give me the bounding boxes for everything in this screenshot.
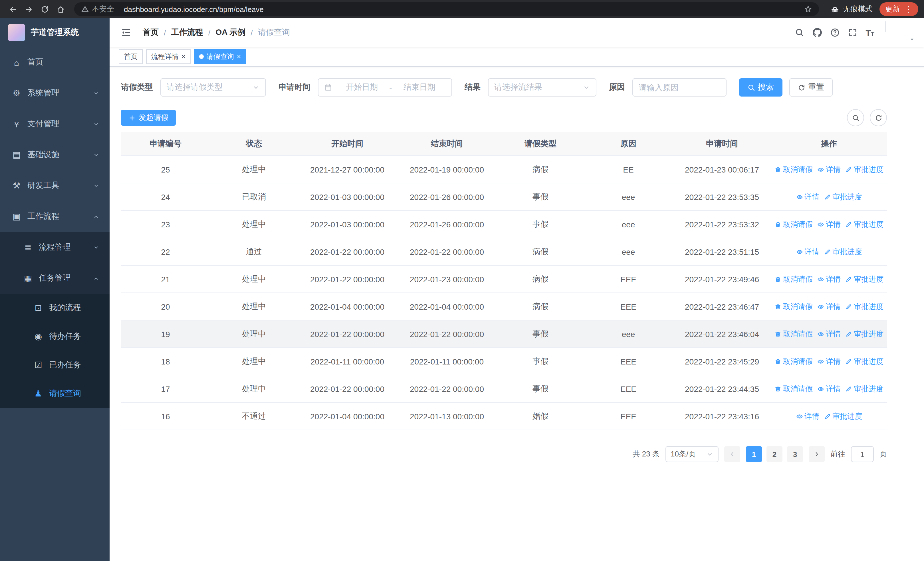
- tab-process-detail[interactable]: 流程详情 ×: [146, 49, 190, 64]
- table-row[interactable]: 19处理中2022-01-22 00:00:002022-01-22 00:00…: [121, 320, 887, 347]
- prev-page-button[interactable]: [724, 446, 740, 462]
- sidebar-item-task-mgmt[interactable]: ▦任务管理: [0, 263, 110, 294]
- page-button-2[interactable]: 2: [766, 446, 783, 462]
- cancel-leave-link[interactable]: 取消请假: [774, 219, 813, 229]
- sidebar-item-my-process[interactable]: ⊡我的流程: [0, 294, 110, 322]
- browser-reload-icon[interactable]: [38, 2, 51, 16]
- cell-actions: 取消请假详情审批进度: [771, 293, 887, 320]
- progress-link[interactable]: 审批进度: [824, 411, 862, 421]
- security-chip[interactable]: 不安全: [81, 4, 114, 14]
- fullscreen-icon[interactable]: [848, 28, 857, 37]
- tab-leave-query[interactable]: 请假查询 ×: [194, 49, 246, 64]
- reason-input[interactable]: [632, 78, 726, 96]
- sidebar-item-todo-tasks[interactable]: ◉待办任务: [0, 322, 110, 351]
- detail-link[interactable]: 详情: [817, 301, 841, 311]
- page-button-3[interactable]: 3: [787, 446, 803, 462]
- cancel-leave-link[interactable]: 取消请假: [774, 164, 813, 174]
- address-bar[interactable]: 不安全 dashboard.yudao.iocoder.cn/bpm/oa/le…: [74, 2, 819, 16]
- leave-type-select[interactable]: 请选择请假类型: [160, 78, 266, 96]
- breadcrumb-item[interactable]: 工作流程: [171, 27, 203, 38]
- sidebar-item-label: 已办任务: [49, 360, 81, 370]
- table-row[interactable]: 24已取消2022-01-03 00:00:002022-01-26 00:00…: [121, 183, 887, 211]
- filter-label: 申请时间: [279, 82, 310, 93]
- sidebar-collapse-icon[interactable]: [119, 27, 136, 38]
- sidebar-item-leave-query[interactable]: ♟请假查询: [0, 379, 110, 408]
- goto-page-input[interactable]: [851, 446, 874, 462]
- page-button-1[interactable]: 1: [746, 446, 762, 462]
- table-row[interactable]: 21处理中2022-01-22 00:00:002022-01-23 00:00…: [121, 265, 887, 293]
- detail-link[interactable]: 详情: [796, 247, 819, 257]
- bookmark-star-icon[interactable]: [804, 5, 812, 13]
- progress-link[interactable]: 审批进度: [845, 356, 884, 367]
- user-avatar[interactable]: [885, 21, 886, 32]
- progress-link[interactable]: 审批进度: [845, 219, 884, 229]
- apply-time-range-picker[interactable]: 开始日期 - 结束日期: [318, 78, 452, 96]
- table-row[interactable]: 16不通过2022-01-04 00:00:002022-01-13 00:00…: [121, 403, 887, 430]
- sidebar-item-payment[interactable]: ¥支付管理: [0, 108, 110, 139]
- reset-button[interactable]: 重置: [789, 78, 832, 96]
- progress-link[interactable]: 审批进度: [824, 247, 862, 257]
- table-row[interactable]: 22通过2022-01-22 00:00:002022-01-22 00:00:…: [121, 238, 887, 265]
- toggle-search-button[interactable]: [847, 109, 864, 126]
- create-leave-button[interactable]: 发起请假: [121, 110, 176, 126]
- detail-link[interactable]: 详情: [817, 356, 841, 367]
- sidebar-item-infrastructure[interactable]: ▤基础设施: [0, 139, 110, 170]
- progress-link[interactable]: 审批进度: [845, 301, 884, 311]
- sidebar-item-system[interactable]: ⚙系统管理: [0, 78, 110, 108]
- progress-link[interactable]: 审批进度: [845, 329, 884, 339]
- user-menu[interactable]: [885, 22, 907, 44]
- result-select[interactable]: 请选择流结果: [488, 78, 596, 96]
- cancel-leave-link[interactable]: 取消请假: [774, 274, 813, 284]
- tab-home[interactable]: 首页: [119, 49, 142, 64]
- detail-link[interactable]: 详情: [796, 192, 819, 202]
- sidebar-item-workflow[interactable]: ▣工作流程: [0, 201, 110, 232]
- chevron-down-icon: [93, 182, 99, 189]
- browser-menu-icon[interactable]: ⋮: [904, 5, 913, 14]
- progress-link[interactable]: 审批进度: [845, 164, 884, 174]
- progress-link[interactable]: 审批进度: [845, 274, 884, 284]
- sidebar-item-done-tasks[interactable]: ☑已办任务: [0, 351, 110, 379]
- breadcrumb-item[interactable]: 首页: [142, 27, 159, 38]
- cancel-leave-link[interactable]: 取消请假: [774, 329, 813, 339]
- sidebar-item-home[interactable]: ⌂首页: [0, 47, 110, 78]
- cell-type: 婚假: [497, 403, 584, 430]
- progress-link[interactable]: 审批进度: [845, 384, 884, 394]
- detail-link[interactable]: 详情: [796, 411, 819, 421]
- goto-label: 前往: [830, 449, 845, 459]
- top-navbar: 首页 / 工作流程 / OA 示例 / 请假查询 TT: [110, 18, 924, 47]
- breadcrumb-item[interactable]: OA 示例: [216, 27, 246, 38]
- cell-end: 2022-01-26 00:00:00: [397, 183, 497, 211]
- header-search-icon[interactable]: [795, 28, 804, 37]
- github-icon[interactable]: [812, 28, 822, 37]
- close-icon[interactable]: ×: [237, 53, 241, 60]
- sidebar-logo[interactable]: 芋道管理系统: [0, 18, 110, 47]
- cancel-leave-link[interactable]: 取消请假: [774, 301, 813, 311]
- next-page-button[interactable]: [809, 446, 825, 462]
- refresh-table-button[interactable]: [870, 109, 887, 126]
- search-button[interactable]: 搜索: [739, 78, 783, 96]
- browser-home-icon[interactable]: [54, 2, 68, 16]
- close-icon[interactable]: ×: [182, 53, 186, 60]
- help-icon[interactable]: [830, 28, 839, 37]
- table-row[interactable]: 25处理中2021-12-27 00:00:002022-01-19 00:00…: [121, 156, 887, 183]
- browser-update-button[interactable]: 更新 ⋮: [879, 2, 918, 16]
- sidebar-item-process-mgmt[interactable]: ≣流程管理: [0, 232, 110, 263]
- browser-back-icon[interactable]: [6, 2, 20, 16]
- detail-link[interactable]: 详情: [817, 274, 841, 284]
- table-row[interactable]: 23处理中2022-01-03 00:00:002022-01-26 00:00…: [121, 211, 887, 238]
- sidebar-item-label: 待办任务: [49, 331, 81, 341]
- browser-forward-icon[interactable]: [22, 2, 35, 16]
- detail-link[interactable]: 详情: [817, 219, 841, 229]
- page-size-select[interactable]: 10条/页: [666, 446, 718, 462]
- progress-link[interactable]: 审批进度: [824, 192, 862, 202]
- table-row[interactable]: 18处理中2022-01-11 00:00:002022-01-11 00:00…: [121, 347, 887, 375]
- table-row[interactable]: 17处理中2022-01-22 00:00:002022-01-22 00:00…: [121, 375, 887, 403]
- detail-link[interactable]: 详情: [817, 384, 841, 394]
- detail-link[interactable]: 详情: [817, 329, 841, 339]
- sidebar-item-devtools[interactable]: ⚒研发工具: [0, 170, 110, 201]
- detail-link[interactable]: 详情: [817, 164, 841, 174]
- text-size-icon[interactable]: TT: [866, 28, 874, 38]
- table-row[interactable]: 20处理中2022-01-04 00:00:002022-01-04 00:00…: [121, 293, 887, 320]
- cancel-leave-link[interactable]: 取消请假: [774, 384, 813, 394]
- cancel-leave-link[interactable]: 取消请假: [774, 356, 813, 367]
